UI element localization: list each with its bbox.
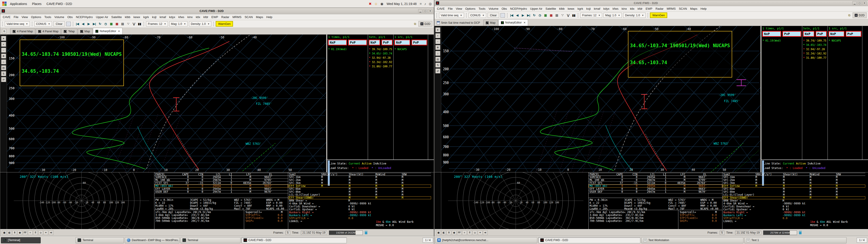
menu-file[interactable]: File	[12, 15, 20, 19]
workspace-pager[interactable]: 1 / 4	[423, 238, 433, 243]
tab-nsharpeditor[interactable]: NsharpEditor✕	[93, 28, 123, 34]
task-button-cave-fwd-d2d[interactable]: CAVE:FWD - D2D	[538, 237, 640, 243]
legend-icon[interactable]: ▤	[435, 57, 440, 62]
menu-upper-air[interactable]: Upper Air	[94, 15, 110, 19]
diamond-icon[interactable]: ◇	[38, 231, 43, 235]
d2d-perspective-button[interactable]: D2D	[418, 21, 432, 27]
density-combo[interactable]: Density: 1.0▼	[623, 13, 646, 18]
image-combine-icon[interactable]: ▦	[109, 22, 113, 26]
close-button[interactable]: ✕	[428, 9, 432, 13]
tab-4-panel-map[interactable]: 4 Panel Map	[36, 28, 61, 34]
menu-icon[interactable]: ≡	[462, 231, 467, 235]
record-icon[interactable]: ◉	[18, 231, 22, 235]
pvp-header-button[interactable]: PvP	[348, 39, 367, 45]
menu-mrms[interactable]: MRMS	[231, 15, 243, 19]
menu-ktlx[interactable]: ktlx	[628, 6, 636, 11]
menu-view[interactable]: View	[20, 15, 29, 19]
menu-cave[interactable]: CAVE	[1, 15, 12, 19]
window-titlebar[interactable]: CAVE:FWD - D2D ▁ ▢ ✕	[0, 8, 434, 14]
swap-panel-icon[interactable]: ◧	[7, 231, 12, 235]
memory-gauge[interactable]: 2579M of 3246M	[763, 231, 797, 235]
list-item[interactable]: *NUCAPS	[395, 48, 427, 51]
chat-notify-icon[interactable]: ☺	[374, 2, 378, 5]
menu-satellite[interactable]: Satellite	[544, 6, 557, 11]
time-options-icon[interactable]: ◷	[538, 13, 542, 18]
applications-menu[interactable]: Applications	[8, 1, 29, 6]
volume-muted-icon[interactable]: ♪	[424, 2, 426, 5]
first-frame-icon[interactable]: |◀	[509, 13, 514, 18]
horizontal-scroll-icon[interactable]: ⇄	[1, 77, 6, 82]
valid-time-combo[interactable]: Valid time seq▼	[5, 21, 30, 26]
menu-ktlx[interactable]: ktlx	[194, 15, 202, 19]
menu-scan[interactable]: SCAN	[243, 15, 254, 19]
menu-help[interactable]: Help	[265, 15, 274, 19]
menu-kinx[interactable]: kinx	[186, 15, 194, 19]
first-frame-icon[interactable]: |◀	[75, 22, 79, 26]
background-swatch-button[interactable]	[66, 22, 71, 26]
menu-options[interactable]: Options	[29, 15, 43, 19]
task-button-text-workstation[interactable]: Text Workstation	[641, 237, 743, 243]
pointer-icon[interactable]: ➤	[1, 36, 6, 41]
loop-icon[interactable]: ↻	[532, 13, 536, 18]
list-item[interactable]: *01.19(Wed)	[763, 39, 801, 42]
menu-kewx[interactable]: kewx	[132, 15, 142, 19]
step-back-icon[interactable]: ◀	[81, 22, 85, 26]
zoom-in-icon[interactable]: +	[1, 42, 6, 47]
places-menu[interactable]: Places	[30, 1, 43, 6]
menu-maps[interactable]: Maps	[254, 15, 265, 19]
panes-icon[interactable]: ▣	[436, 231, 441, 235]
warngen-button[interactable]: WarnGen	[216, 21, 233, 26]
last-frame-icon[interactable]: ▶|	[526, 13, 530, 18]
maximize-button[interactable]: ▢	[423, 9, 428, 13]
pvp-header-button[interactable]: PvP	[411, 39, 428, 45]
minimize-button[interactable]: ▁	[852, 1, 857, 5]
image-properties-icon[interactable]: ▩	[549, 13, 553, 18]
menu-ncep-hydro[interactable]: NCEP/Hydro	[508, 6, 528, 11]
restore-panes-icon[interactable]: ⧉	[2, 29, 6, 33]
trash-icon[interactable]	[365, 231, 368, 235]
menu-klbb[interactable]: klbb	[123, 15, 132, 19]
star-icon[interactable]: ✦	[478, 231, 483, 235]
hodograph-canvas[interactable]: -140-120-100-80-60-40-202040608010012014…	[7, 172, 154, 229]
menu-maps[interactable]: Maps	[688, 6, 699, 11]
loop-icon[interactable]: ↻	[98, 22, 102, 26]
valid-time-combo[interactable]: Valid time seq▼	[439, 13, 464, 18]
pvp-header-button[interactable]: PvP	[815, 31, 827, 37]
menu-ewp[interactable]: EWP	[644, 6, 654, 11]
menu-volume[interactable]: Volume	[487, 6, 500, 11]
menu-kgrk[interactable]: kgrk	[576, 6, 585, 11]
sample-points-icon[interactable]: ∵	[126, 22, 130, 26]
sample-points-icon[interactable]: ∵	[560, 13, 564, 18]
power-icon[interactable]: ◎	[429, 2, 432, 5]
vertical-scroll-icon[interactable]: ⇅	[435, 63, 440, 67]
list-item[interactable]: *32.94/-97.28	[803, 48, 827, 51]
task-button-cave-fwd-d2d[interactable]: CAVE:FWD - D2D	[241, 237, 347, 243]
grid-icon[interactable]: ⠿	[33, 231, 38, 235]
distro-logo-icon[interactable]	[2, 2, 7, 6]
collapse-icon[interactable]: ≪	[483, 231, 488, 235]
list-item[interactable]: *32.94/-97.28	[369, 56, 393, 59]
scale-combo[interactable]: CONUS▼	[469, 13, 486, 18]
scale-combo[interactable]: CONUS▼	[34, 21, 52, 26]
list-item[interactable]: *01.19(Wed)	[328, 48, 367, 51]
frame-count-icon[interactable]: 8	[12, 231, 17, 235]
menu-satellite[interactable]: Satellite	[110, 15, 123, 19]
fast-forward-icon[interactable]: FF	[457, 231, 462, 235]
image-combine-icon[interactable]: ▦	[544, 13, 548, 18]
step-back-icon[interactable]: ◀	[515, 13, 519, 18]
menu-mrms[interactable]: MRMS	[665, 6, 677, 11]
print-icon[interactable]: ▤	[121, 22, 125, 26]
menu-cave[interactable]: CAVE	[435, 6, 446, 11]
tab-close-icon[interactable]: ✕	[118, 30, 120, 33]
mag-combo[interactable]: Mag: 1.0▼	[169, 21, 188, 26]
accessibility-icon[interactable]: ◉	[380, 2, 383, 5]
last-frame-icon[interactable]: ▶|	[92, 22, 96, 26]
new-editor-icon[interactable]: ⧉	[848, 13, 850, 17]
task-button-terminal[interactable]: Terminal	[75, 237, 124, 243]
tab-4-panel-map[interactable]: 4 Panel Map	[10, 28, 35, 34]
home-icon[interactable]: ⌂	[1, 59, 6, 64]
nxp-header-button[interactable]: NxP	[369, 39, 380, 45]
menu-options[interactable]: Options	[464, 6, 477, 11]
menu-file[interactable]: File	[446, 6, 454, 11]
panel-layout-icon[interactable]: ▮▮	[137, 22, 142, 26]
